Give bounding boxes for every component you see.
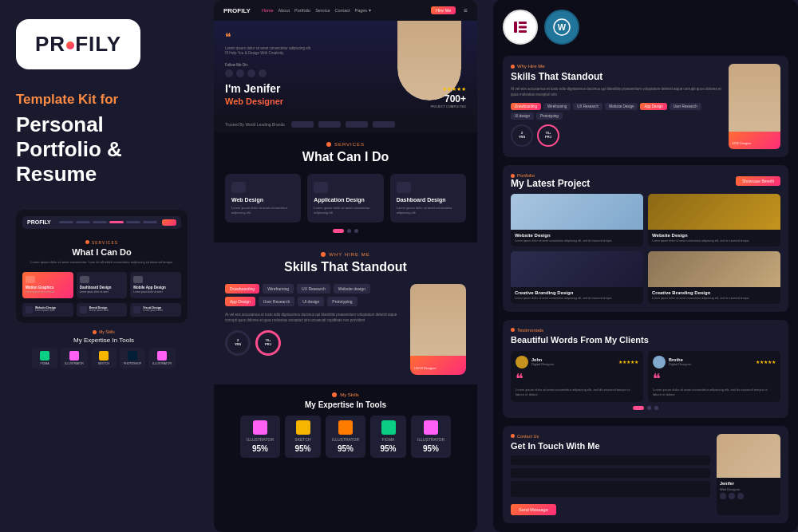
trusted-logo-2 [318,121,341,128]
mid-tools: My Skills My Expertise In Tools ILLUSTRA… [214,384,477,466]
mockup-logo: PROFILY [27,219,51,225]
mockup-card-title-2: Mobile App Design [133,286,178,290]
skill-tag-drawboarding[interactable]: Drawboarding [225,284,259,294]
skill-tag-user[interactable]: User Research [259,297,294,306]
mockup-bottom-desc-0: Lorem ipsum dolor [35,309,56,313]
mid-skill-desc: At vel eos accusamus et iusto odio digni… [225,313,402,324]
mid-tool-percent-1: 95% [291,444,314,453]
mid-nav-portfolio[interactable]: Portfolio [294,8,310,13]
contact-social-ig[interactable] [737,493,744,499]
testimonial-dots [511,406,780,410]
mid-nav-home[interactable]: Home [262,8,274,13]
mockup-nav-dot-4 [109,221,124,223]
mid-dot-0[interactable] [333,229,344,233]
testimonial-header-0: John Digital Designer ★★★★★ [516,356,638,368]
mockup-nav: PROFILY [22,216,181,229]
contact-person-img [717,434,780,478]
testimonial-dot-2[interactable] [654,406,658,410]
mid-tool-percent-0: 95% [247,444,274,453]
portfolio-item-0: Website Design Lorem ipsum dolor sit ame… [511,194,643,246]
mockup-card-icon-2 [133,276,143,283]
mid-services: Services What Can I Do Web Design Lorem … [214,132,477,242]
svg-rect-3 [519,30,527,33]
mid-tool-3: FIGMA 95% [370,416,406,458]
social-ig[interactable] [247,69,255,77]
right-portfolio-btn[interactable]: Showcase Benefit [736,176,780,186]
portfolio-item-title-3: Creative Branding Design [652,290,776,295]
skill-tag-wireframing[interactable]: Wireframing [263,284,294,294]
r-skill-tag-4[interactable]: App Design [640,103,666,110]
portfolio-item-3: Creative Branding Design Lorem ipsum dol… [648,251,780,304]
right-skills-left: Why Hire Me Skills That Standout At vel … [511,64,722,149]
contact-social-fb[interactable] [720,493,726,499]
portfolio-item-1: Website Design Lorem ipsum dolor sit ame… [648,194,780,246]
mid-menu-icon[interactable]: ≡ [464,7,468,14]
right-person-tag-text: UX/UI Designer [732,142,751,145]
mockup-hire-btn [162,219,176,226]
mid-trusted-text: Trusted By World Leading Brands [225,122,285,127]
skill-tag-ux[interactable]: UX Research [297,284,330,294]
social-li[interactable] [259,69,267,77]
mid-dot-2[interactable] [354,229,358,233]
mid-skills-title: Skills That Standout [225,260,466,274]
mockup-hero: SERVICES What I Can Do Lorem ipsum dolor… [22,234,181,273]
contact-right: Jenifer Web Designer [717,434,780,515]
skill-tag-proto[interactable]: Prototyping [327,297,357,306]
mid-skill-person: UX/UI Designer [410,284,466,375]
tool-sketch: SKETCH [91,348,117,368]
skill-tag-app[interactable]: App Design [225,297,255,306]
testimonial-role-0: Digital Designer [531,362,554,366]
r-skill-tag-1[interactable]: Wireframing [543,103,571,110]
mid-nav-contact[interactable]: Contact [335,8,350,13]
right-skills-title: Skills That Standout [511,71,722,82]
skill-tag-ui[interactable]: UI design [298,297,324,306]
tool-xd: ILLUSTRATOR [61,348,88,368]
portfolio-item-title-2: Creative Branding Design [515,290,639,295]
mid-nav-pages[interactable]: Pages ▾ [354,8,370,13]
testimonial-card-0: John Digital Designer ★★★★★ ❝ Lorem ipsu… [511,351,643,402]
template-kit-label: Template Kit for [16,92,192,108]
mid-dot-1[interactable] [347,229,351,233]
tools-tag: My Skills [99,329,115,334]
r-skill-tag-7[interactable]: Prototyping [536,112,563,120]
right-skills-card: Why Hire Me Skills That Standout At vel … [503,56,788,157]
services-tag-text: Services [334,142,365,147]
r-skill-tag-5[interactable]: User Research [670,103,701,110]
mid-hero-stars: ★★★★★ [430,86,466,93]
mid-nav-about[interactable]: About [279,8,290,13]
testimonial-dot-1[interactable] [647,406,651,410]
mid-circle-2: 70+PRJ [255,330,281,356]
figma-icon [40,351,49,361]
mid-service-card-1: Application Design Lorem ipsum dolor sit… [307,174,383,223]
r-skill-tag-2[interactable]: UX Research [573,103,602,110]
ps-label: PHOTOSHOP [124,362,141,365]
contact-name-field[interactable] [511,455,710,465]
right-skill-tags: Drawboarding Wireframing UX Research Web… [511,103,722,120]
mid-nav-service[interactable]: Service [315,8,330,13]
contact-send-btn[interactable]: Send Message [511,504,556,515]
tools-row: FIGMA ILLUSTRATOR SKETCH PHOTOSHOP ILLUS… [16,348,192,368]
mockup-card-text-1: Lorem ipsum dolor sit amet [80,291,124,294]
testimonial-dot-0[interactable] [633,406,644,410]
contact-email-field[interactable] [511,468,710,478]
mid-tools-title: My Expertise In Tools [225,400,466,409]
testimonial-stars-1: ★★★★★ [756,359,776,365]
r-skill-tag-3[interactable]: Website Design [605,103,638,110]
r-skill-tag-0[interactable]: Drawboarding [511,103,541,110]
right-person-img [729,64,780,132]
mid-tool-2: ILLUSTRATOR 95% [326,416,365,458]
r-skill-tag-6[interactable]: UI design [511,112,534,120]
skill-tag-website[interactable]: Website design [334,284,370,294]
social-fb[interactable] [225,69,233,77]
social-tw[interactable] [236,69,244,77]
testimonial-avatar-1 [653,356,666,368]
mid-tool-1: SKETCH 95% [285,416,321,458]
mid-skill-content: Drawboarding Wireframing UX Research Web… [225,284,466,375]
services-orange-dot [326,142,331,147]
portfolio-grid: Website Design Lorem ipsum dolor sit ame… [511,194,780,304]
mid-hire-btn[interactable]: Hire Me [431,6,456,14]
contact-social-tw[interactable] [729,493,735,499]
contact-message-field[interactable] [511,481,710,497]
mid-tool-0: ILLUSTRATOR 95% [240,416,280,458]
right-portfolio-dot [511,174,515,178]
